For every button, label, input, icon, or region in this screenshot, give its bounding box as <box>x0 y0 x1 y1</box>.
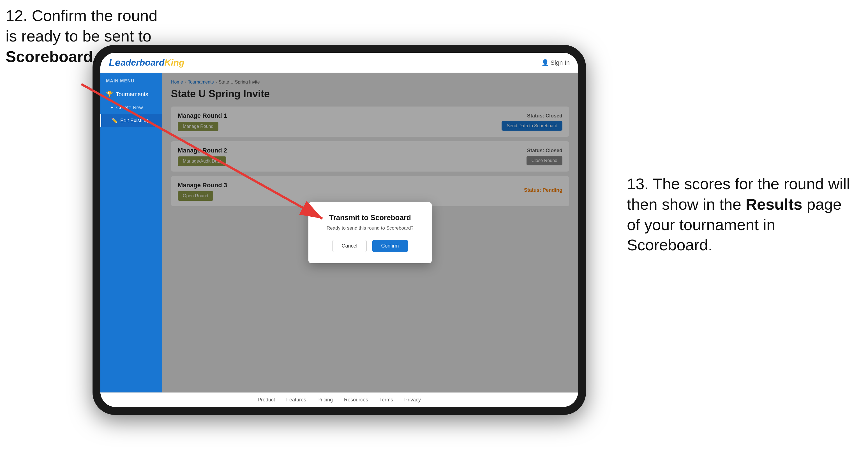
user-icon: 👤 <box>541 59 549 66</box>
footer-pricing[interactable]: Pricing <box>317 397 333 403</box>
modal-buttons: Cancel Confirm <box>322 240 418 252</box>
trophy-icon: 🏆 <box>106 91 113 98</box>
header-right: 👤 Sign In <box>541 59 570 66</box>
sidebar-subitem-create-new[interactable]: + Create New <box>100 101 162 114</box>
annotation-step13-bold: Results <box>745 195 802 213</box>
annotation-step13: 13. The scores for the round will then s… <box>627 174 857 255</box>
plus-icon: + <box>111 105 114 111</box>
footer-terms[interactable]: Terms <box>379 397 393 403</box>
edit-existing-label: Edit Existing <box>120 118 148 124</box>
tablet-screen: Le aderboardKing 👤 Sign In MAIN MENU 🏆 <box>100 53 578 407</box>
sidebar-item-tournaments[interactable]: 🏆 Tournaments <box>100 87 162 101</box>
transmit-modal: Transmit to Scoreboard Ready to send thi… <box>308 202 432 263</box>
modal-overlay: Transmit to Scoreboard Ready to send thi… <box>162 73 578 393</box>
tablet-device: Le aderboardKing 👤 Sign In MAIN MENU 🏆 <box>93 45 586 415</box>
annotation-step12-bold: Scoreboard. <box>6 48 97 65</box>
sidebar-subitem-edit-existing[interactable]: ✏️ Edit Existing <box>100 114 162 127</box>
footer-features[interactable]: Features <box>286 397 306 403</box>
app-header: Le aderboardKing 👤 Sign In <box>100 53 578 73</box>
modal-title: Transmit to Scoreboard <box>322 213 418 222</box>
sign-in-label: Sign In <box>551 59 570 66</box>
app-footer: Product Features Pricing Resources Terms… <box>100 393 578 407</box>
cancel-button[interactable]: Cancel <box>332 240 366 252</box>
footer-privacy[interactable]: Privacy <box>404 397 421 403</box>
sidebar: MAIN MENU 🏆 Tournaments + Create New ✏️ … <box>100 73 162 393</box>
modal-subtitle: Ready to send this round to Scoreboard? <box>322 225 418 231</box>
app-body: MAIN MENU 🏆 Tournaments + Create New ✏️ … <box>100 73 578 393</box>
app-layout: Le aderboardKing 👤 Sign In MAIN MENU 🏆 <box>100 53 578 407</box>
main-content: Home › Tournaments › State U Spring Invi… <box>162 73 578 393</box>
main-menu-label: MAIN MENU <box>100 79 162 87</box>
confirm-button[interactable]: Confirm <box>372 240 408 252</box>
footer-resources[interactable]: Resources <box>344 397 368 403</box>
annotation-step12: 12. Confirm the round is ready to be sen… <box>6 6 158 67</box>
sign-in-button[interactable]: 👤 Sign In <box>541 59 570 66</box>
tournaments-label: Tournaments <box>116 91 148 98</box>
footer-product[interactable]: Product <box>258 397 275 403</box>
edit-icon: ✏️ <box>111 118 118 124</box>
create-new-label: Create New <box>116 105 143 111</box>
